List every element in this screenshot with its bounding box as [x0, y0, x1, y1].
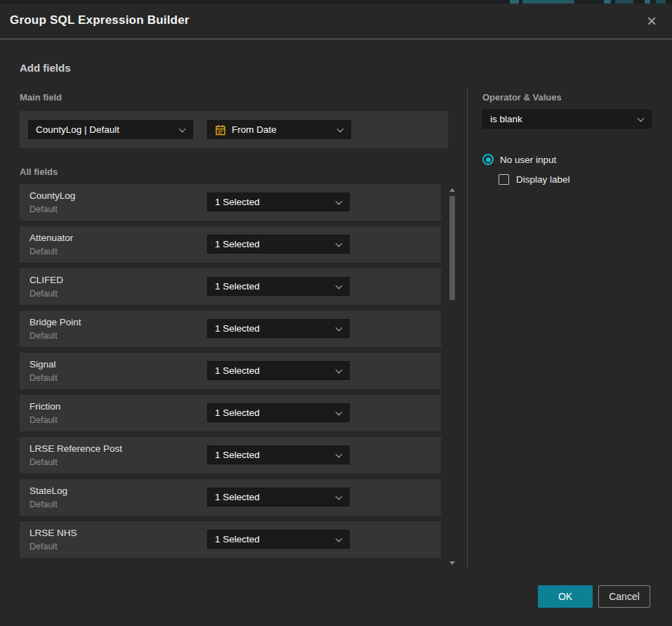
checkbox-unchecked-icon	[499, 174, 509, 185]
field-name: LRSE Reference Post	[29, 443, 122, 454]
field-selected-value: 1 Selected	[215, 407, 260, 418]
field-selected-dropdown[interactable]: 1 Selected	[207, 277, 350, 296]
field-name: Attenuator	[29, 233, 73, 243]
field-selected-dropdown[interactable]: 1 Selected	[207, 530, 350, 549]
chevron-down-icon	[179, 125, 186, 132]
field-row: SignalDefault1 Selected	[20, 353, 441, 389]
field-row: AttenuatorDefault1 Selected	[20, 226, 441, 263]
chevron-down-icon	[336, 535, 343, 542]
field-selected-value: 1 Selected	[215, 450, 260, 460]
field-name: StateLog	[29, 485, 67, 496]
field-selected-value: 1 Selected	[215, 323, 260, 334]
operator-select[interactable]: is blank	[482, 110, 652, 129]
scroll-down-icon[interactable]	[449, 561, 455, 565]
chevron-down-icon	[336, 324, 343, 331]
field-row: FrictionDefault1 Selected	[20, 395, 441, 431]
main-field-panel: CountyLog | Default From Date	[20, 111, 448, 148]
chevron-down-icon	[336, 366, 343, 373]
field-subtitle: Default	[29, 204, 58, 214]
field-selected-dropdown[interactable]: 1 Selected	[207, 235, 350, 254]
field-row: Bridge PointDefault1 Selected	[20, 311, 441, 347]
display-label-checkbox[interactable]: Display label	[499, 174, 570, 185]
field-selected-value: 1 Selected	[215, 239, 260, 249]
field-name: CountyLog	[29, 190, 75, 201]
title-divider	[0, 39, 672, 39]
field-name: Signal	[29, 359, 56, 370]
field-row: LRSE Reference PostDefault1 Selected	[20, 437, 441, 474]
field-selected-value: 1 Selected	[215, 197, 260, 207]
display-label-text: Display label	[516, 174, 570, 185]
operator-select-value: is blank	[490, 114, 522, 124]
no-user-input-radio[interactable]: No user input	[482, 154, 556, 165]
field-name: CLIFED	[29, 275, 63, 285]
scrollbar-thumb[interactable]	[449, 196, 455, 300]
field-selected-value: 1 Selected	[215, 365, 260, 376]
chevron-down-icon	[336, 197, 343, 204]
field-selected-value: 1 Selected	[215, 534, 260, 545]
field-selected-dropdown[interactable]: 1 Selected	[207, 445, 350, 464]
field-selected-dropdown[interactable]: 1 Selected	[207, 193, 350, 211]
field-subtitle: Default	[29, 373, 58, 383]
cancel-button[interactable]: Cancel	[598, 585, 650, 608]
field-selected-dropdown[interactable]: 1 Selected	[207, 403, 350, 422]
field-subtitle: Default	[29, 247, 58, 256]
field-subtitle: Default	[29, 331, 58, 341]
field-row: LRSE NHSDefault1 Selected	[20, 521, 441, 558]
field-row: StateLogDefault1 Selected	[20, 479, 441, 516]
field-selected-dropdown[interactable]: 1 Selected	[207, 319, 350, 338]
main-field-source-select[interactable]: CountyLog | Default	[28, 120, 193, 139]
chevron-down-icon	[337, 125, 344, 132]
field-selected-dropdown[interactable]: 1 Selected	[207, 361, 350, 380]
chevron-down-icon	[336, 282, 343, 289]
main-field-source-value: CountyLog | Default	[36, 124, 119, 135]
fields-list-scrollbar[interactable]	[448, 184, 456, 569]
no-user-input-label: No user input	[500, 155, 556, 165]
chevron-down-icon	[638, 115, 645, 122]
close-icon[interactable]: ×	[642, 11, 661, 31]
chevron-down-icon	[336, 493, 343, 500]
all-fields-list: CountyLogDefault1 SelectedAttenuatorDefa…	[20, 184, 441, 562]
panel-divider	[467, 88, 468, 567]
field-subtitle: Default	[29, 500, 58, 509]
field-name: Bridge Point	[29, 317, 81, 327]
dialog-title: Group SQL Expression Builder	[10, 13, 190, 27]
operator-values-label: Operator & Values	[482, 92, 562, 103]
calendar-date-icon	[215, 124, 226, 136]
field-selected-dropdown[interactable]: 1 Selected	[207, 488, 350, 507]
main-field-label: Main field	[20, 92, 62, 103]
field-subtitle: Default	[29, 415, 58, 425]
add-fields-heading: Add fields	[20, 62, 71, 74]
field-name: LRSE NHS	[29, 528, 77, 538]
field-row: CLIFEDDefault1 Selected	[20, 268, 441, 305]
dialog-title-bar: Group SQL Expression Builder ×	[0, 4, 672, 39]
group-sql-expression-builder-dialog: Group SQL Expression Builder × Add field…	[0, 4, 672, 626]
field-row: CountyLogDefault1 Selected	[20, 184, 441, 221]
field-selected-value: 1 Selected	[215, 281, 260, 292]
chevron-down-icon	[336, 450, 343, 457]
field-selected-value: 1 Selected	[215, 492, 260, 502]
field-subtitle: Default	[29, 457, 58, 467]
chevron-down-icon	[336, 240, 343, 247]
main-field-date-value: From Date	[232, 124, 277, 135]
scroll-up-icon[interactable]	[449, 188, 455, 192]
field-name: Friction	[29, 401, 60, 412]
main-field-date-select[interactable]: From Date	[207, 120, 351, 139]
field-subtitle: Default	[29, 542, 58, 552]
radio-selected-icon	[482, 154, 494, 165]
all-fields-label: All fields	[20, 167, 58, 177]
ok-button[interactable]: OK	[538, 585, 593, 608]
chevron-down-icon	[336, 408, 343, 415]
field-subtitle: Default	[29, 289, 58, 299]
